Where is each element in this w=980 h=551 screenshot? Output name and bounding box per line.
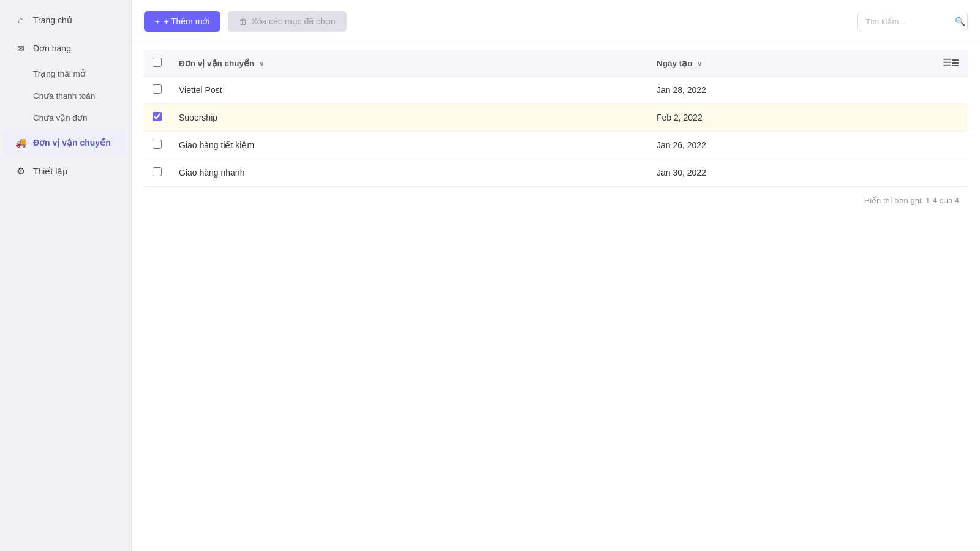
sort-icon-name: ∨ <box>259 60 264 67</box>
row-date: Jan 26, 2022 <box>648 132 927 159</box>
row-actions <box>927 132 968 159</box>
trash-icon: 🗑 <box>239 17 247 26</box>
table-row[interactable]: Giao hàng tiết kiệm Jan 26, 2022 <box>144 132 968 159</box>
sidebar-sub-trang-thai-mo[interactable]: Trạng thái mở <box>4 63 127 84</box>
sidebar-item-label: Trang chủ <box>33 15 72 25</box>
table-footer: Hiển thị bản ghi: 1-4 của 4 <box>144 187 968 214</box>
row-date: Feb 2, 2022 <box>648 104 927 132</box>
plus-icon: + <box>155 17 160 26</box>
row-checkbox[interactable] <box>153 140 162 149</box>
sidebar-item-label: Đơn vị vận chuyển <box>33 138 111 148</box>
sidebar: Trang chủ Đơn hàng Trạng thái mở Chưa th… <box>0 0 132 551</box>
add-button-label: + Thêm mới <box>164 17 209 26</box>
row-checkbox-cell <box>144 104 170 132</box>
table-row[interactable]: Giao hàng nhanh Jan 30, 2022 <box>144 159 968 187</box>
header-col-date[interactable]: Ngày tạo ∨ <box>648 50 927 77</box>
row-carrier-name: Giao hàng tiết kiệm <box>170 132 648 159</box>
sidebar-item-thiet-lap[interactable]: Thiết lập <box>4 158 127 184</box>
search-input[interactable] <box>865 17 951 26</box>
list-view-icon: ☰ <box>943 59 959 68</box>
sidebar-sub-chua-thanh-toan[interactable]: Chưa thanh toán <box>4 85 127 106</box>
row-date: Jan 28, 2022 <box>648 77 927 104</box>
row-checkbox[interactable] <box>153 84 162 94</box>
row-carrier-name: Supership <box>170 104 648 132</box>
truck-icon <box>15 137 27 148</box>
search-icon: 🔍 <box>955 17 965 26</box>
table-container: Đơn vị vận chuyển ∨ Ngày tạo ∨ ☰ Viett <box>132 43 980 551</box>
table-body: Viettel Post Jan 28, 2022 Supership Feb … <box>144 77 968 187</box>
sidebar-sub-chua-van-don[interactable]: Chưa vận đơn <box>4 107 127 128</box>
row-checkbox[interactable] <box>153 112 162 121</box>
home-icon <box>15 15 27 26</box>
row-checkbox-cell <box>144 77 170 104</box>
row-actions <box>927 104 968 132</box>
carrier-table: Đơn vị vận chuyển ∨ Ngày tạo ∨ ☰ Viett <box>144 50 968 187</box>
sidebar-item-don-vi-van-chuyen[interactable]: Đơn vị vận chuyển <box>4 130 127 156</box>
row-actions <box>927 77 968 104</box>
header-checkbox-cell <box>144 50 170 77</box>
sidebar-item-label: Đơn hàng <box>33 43 71 53</box>
sidebar-item-trang-chu[interactable]: Trang chủ <box>4 7 127 33</box>
table-header-row: Đơn vị vận chuyển ∨ Ngày tạo ∨ ☰ <box>144 50 968 77</box>
sidebar-item-don-hang[interactable]: Đơn hàng <box>4 36 127 61</box>
orders-icon <box>15 43 27 54</box>
sort-icon-date: ∨ <box>697 60 702 67</box>
row-carrier-name: Viettel Post <box>170 77 648 104</box>
header-col-name[interactable]: Đơn vị vận chuyển ∨ <box>170 50 648 77</box>
delete-button[interactable]: 🗑 Xóa các mục đã chọn <box>228 11 346 32</box>
row-checkbox-cell <box>144 159 170 187</box>
header-col-actions: ☰ <box>927 50 968 77</box>
search-box[interactable]: 🔍 <box>858 12 968 31</box>
row-actions <box>927 159 968 187</box>
select-all-checkbox[interactable] <box>153 58 162 67</box>
pagination-label: Hiển thị bản ghi: 1-4 của 4 <box>864 196 959 205</box>
delete-button-label: Xóa các mục đã chọn <box>251 17 335 26</box>
table-row[interactable]: Viettel Post Jan 28, 2022 <box>144 77 968 104</box>
row-checkbox-cell <box>144 132 170 159</box>
settings-icon <box>15 165 27 177</box>
row-checkbox[interactable] <box>153 167 162 176</box>
row-date: Jan 30, 2022 <box>648 159 927 187</box>
toolbar: + + Thêm mới 🗑 Xóa các mục đã chọn 🔍 <box>132 0 980 43</box>
add-button[interactable]: + + Thêm mới <box>144 11 221 32</box>
sidebar-item-label: Thiết lập <box>33 167 67 176</box>
main-content: + + Thêm mới 🗑 Xóa các mục đã chọn 🔍 Đơn… <box>132 0 980 551</box>
table-row[interactable]: Supership Feb 2, 2022 <box>144 104 968 132</box>
row-carrier-name: Giao hàng nhanh <box>170 159 648 187</box>
